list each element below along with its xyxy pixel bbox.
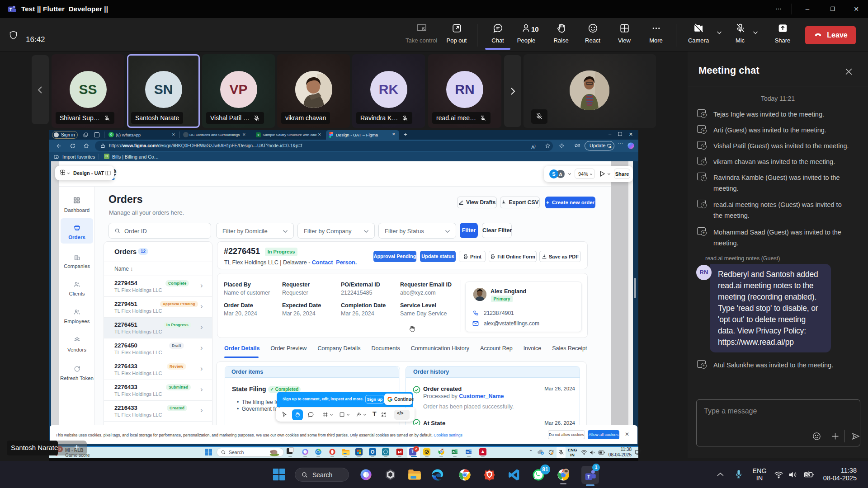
svg-text:W: W: [466, 451, 469, 454]
svg-text:!: !: [610, 146, 611, 148]
svg-text:T: T: [587, 474, 590, 479]
svg-text:T: T: [9, 7, 12, 12]
